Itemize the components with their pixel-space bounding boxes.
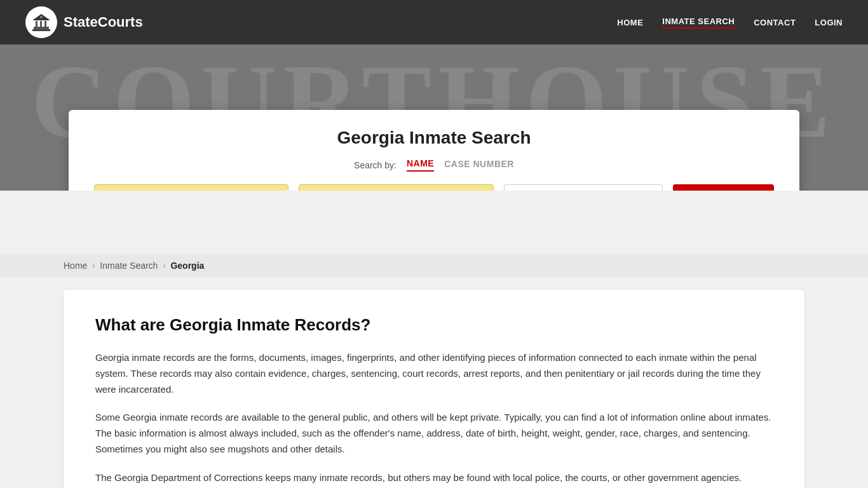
logo-icon (25, 6, 57, 38)
search-panel-title: Georgia Inmate Search (94, 128, 774, 148)
tab-name[interactable]: NAME (407, 158, 434, 172)
first-name-input[interactable] (94, 184, 288, 191)
state-select[interactable]: Georgia Alabama Alaska Arizona Arkansas … (504, 184, 663, 191)
content-title: What are Georgia Inmate Records? (95, 315, 773, 335)
breadcrumb: Home › Inmate Search › Georgia (0, 254, 868, 277)
hero-section: StateCourts HOME INMATE SEARCH CONTACT L… (0, 0, 868, 191)
search-panel: Georgia Inmate Search Search by: NAME CA… (69, 110, 799, 191)
content-paragraph-3: The Georgia Department of Corrections ke… (95, 470, 773, 486)
search-inputs: Georgia Alabama Alaska Arizona Arkansas … (94, 184, 774, 191)
breadcrumb-current: Georgia (170, 261, 204, 271)
content-card: What are Georgia Inmate Records? Georgia… (64, 290, 804, 488)
svg-rect-1 (32, 29, 50, 31)
logo-text: StateCourts (64, 14, 143, 30)
tab-case-number[interactable]: CASE NUMBER (444, 159, 514, 171)
hero-spacer (0, 191, 868, 254)
breadcrumb-inmate-search[interactable]: Inmate Search (100, 261, 158, 271)
site-logo[interactable]: StateCourts (25, 6, 143, 38)
last-name-input[interactable] (299, 184, 493, 191)
search-by-label: Search by: (354, 160, 397, 170)
content-paragraph-2: Some Georgia inmate records are availabl… (95, 410, 773, 457)
nav-contact[interactable]: CONTACT (754, 18, 796, 27)
svg-rect-2 (36, 21, 37, 27)
page-wrapper: StateCourts HOME INMATE SEARCH CONTACT L… (0, 0, 868, 488)
courthouse-icon (32, 13, 51, 32)
search-button[interactable]: SEARCH » (673, 184, 774, 191)
breadcrumb-sep-2: › (163, 261, 165, 270)
nav-bar: StateCourts HOME INMATE SEARCH CONTACT L… (0, 0, 868, 44)
search-by-row: Search by: NAME CASE NUMBER (94, 158, 774, 172)
content-area: What are Georgia Inmate Records? Georgia… (0, 277, 868, 488)
svg-point-6 (40, 16, 43, 18)
nav-login[interactable]: LOGIN (815, 18, 843, 27)
nav-links: HOME INMATE SEARCH CONTACT LOGIN (617, 17, 843, 29)
nav-home[interactable]: HOME (617, 18, 643, 27)
breadcrumb-home[interactable]: Home (64, 261, 87, 271)
svg-rect-3 (40, 21, 42, 27)
nav-inmate-search[interactable]: INMATE SEARCH (662, 17, 735, 29)
content-paragraph-1: Georgia inmate records are the forms, do… (95, 350, 773, 397)
breadcrumb-sep-1: › (92, 261, 95, 270)
svg-rect-4 (44, 21, 46, 27)
